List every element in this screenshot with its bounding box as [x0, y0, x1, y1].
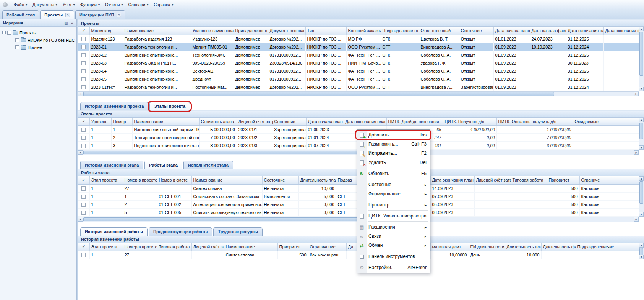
- scroll-left-icon[interactable]: ◂: [78, 150, 83, 155]
- column-header-stages-2[interactable]: Наименование: [132, 118, 199, 126]
- row-checkbox[interactable]: [81, 136, 86, 140]
- column-header-works-3[interactable]: Наименование: [191, 176, 262, 184]
- scrollbar-thumb[interactable]: [639, 32, 643, 76]
- vertical-scrollbar[interactable]: ▴ ▾: [639, 243, 644, 259]
- vertical-scrollbar[interactable]: ▴ ▾: [639, 27, 644, 91]
- context-menu-item-15[interactable]: ∞Связи▸: [357, 232, 430, 241]
- context-menu-item-12[interactable]: ЦИТК. Указать шифр затрат...: [357, 211, 430, 221]
- context-menu-item-1[interactable]: ↓Размножить...Ctrl+F3: [357, 139, 430, 149]
- projects-row-1[interactable]: 2023-01Разработка технологии и...Магнит …: [78, 43, 639, 51]
- projects-row-5[interactable]: 2023-05Выполнение опытно-конс...Дредноут…: [78, 75, 639, 83]
- scrollbar-thumb[interactable]: [83, 92, 554, 96]
- column-header-works-0[interactable]: Этап проекта: [89, 176, 123, 184]
- column-header-projects-8[interactable]: Ответственный: [419, 27, 459, 35]
- context-menu-item-7[interactable]: Состояние▸: [357, 180, 430, 189]
- column-header-works-5[interactable]: Длительность план▼: [298, 176, 336, 184]
- column-header-projects-6[interactable]: Внешний заказчик: [346, 27, 381, 35]
- column-header-works-7[interactable]: Дата окончания план: [430, 176, 474, 184]
- column-header-work_history-13[interactable]: [614, 243, 639, 251]
- column-header-work_history-5[interactable]: Приоритет: [277, 243, 308, 251]
- context-menu-item-10[interactable]: Просмотр▸: [357, 200, 430, 209]
- column-header-stages-0[interactable]: Уровень: [89, 118, 111, 126]
- column-header-projects-0[interactable]: Мнемокод: [89, 27, 123, 35]
- window-tab-2[interactable]: Инструкции ПУП×: [75, 10, 125, 19]
- scroll-down-icon[interactable]: ▾: [639, 255, 644, 259]
- window-tab-1[interactable]: Проекты×: [40, 10, 74, 19]
- column-header-projects-5[interactable]: Тип: [305, 27, 346, 35]
- menu-item-1[interactable]: Документы▾: [30, 2, 60, 8]
- scroll-up-icon[interactable]: ▴: [639, 243, 644, 248]
- projects-row-2[interactable]: 2023-02Выполнение опытно-конс...Технолог…: [78, 51, 639, 59]
- column-header-projects-9[interactable]: Состояние: [459, 27, 493, 35]
- scrollbar-thumb[interactable]: [639, 181, 643, 204]
- column-header-works-2[interactable]: Номер в смете: [157, 176, 191, 184]
- menu-item-4[interactable]: Отчёты▾: [102, 2, 125, 8]
- column-header-work_history-12[interactable]: Подразделение-ис: [576, 243, 614, 251]
- scroll-down-icon[interactable]: ▾: [639, 212, 644, 217]
- column-header-projects-4[interactable]: Документ-основан: [268, 27, 305, 35]
- column-header-work_history-10[interactable]: Длительность пла: [505, 243, 541, 251]
- row-checkbox[interactable]: [81, 45, 86, 49]
- row-checkbox[interactable]: [81, 69, 86, 73]
- scroll-right-icon[interactable]: ▸: [634, 150, 639, 155]
- tree-checkbox[interactable]: [7, 31, 11, 35]
- column-header-work_history-1[interactable]: Номер в проекте: [123, 243, 157, 251]
- column-header-works-9[interactable]: Типовая работа: [511, 176, 547, 184]
- scroll-left-icon[interactable]: ◂: [78, 92, 83, 96]
- projects-row-6[interactable]: 2023-01тестРазработка технологии и...Пос…: [78, 83, 639, 91]
- close-tab-icon[interactable]: ×: [65, 13, 70, 17]
- column-header-works-1[interactable]: Номер в проекте: [123, 176, 157, 184]
- column-header-works-4[interactable]: Состояние: [262, 176, 298, 184]
- close-tab-icon[interactable]: ×: [117, 13, 121, 17]
- context-menu-item-8[interactable]: Формирование▸: [357, 189, 430, 198]
- select-all-header[interactable]: ✓: [78, 118, 89, 126]
- context-menu-item-16[interactable]: ⇄Обмен▸: [357, 241, 430, 250]
- tree-node-2[interactable]: Прочее: [2, 44, 76, 51]
- select-all-header[interactable]: ✓: [78, 176, 89, 184]
- vertical-scrollbar[interactable]: ▴ ▾: [639, 176, 644, 217]
- scroll-up-icon[interactable]: ▴: [639, 27, 644, 31]
- context-menu-item-20[interactable]: ⚙Настройки...Alt+Enter: [357, 263, 430, 272]
- column-header-work_history-11[interactable]: Длительность фак: [541, 243, 576, 251]
- column-header-stages-4[interactable]: Лицевой счёт затрат: [237, 118, 273, 126]
- column-header-works-8[interactable]: Лицевой счёт затр: [474, 176, 511, 184]
- column-header-work_history-3[interactable]: Лицевой счёт затр: [191, 243, 224, 251]
- scroll-down-icon[interactable]: ▾: [639, 87, 644, 91]
- tab-level3-0[interactable]: История изменений работы: [80, 227, 148, 236]
- row-checkbox[interactable]: [81, 53, 86, 57]
- menu-item-2[interactable]: Учёт▾: [60, 2, 78, 8]
- row-checkbox[interactable]: [81, 195, 86, 199]
- tab-level2-0[interactable]: История изменений этапа: [80, 161, 143, 169]
- context-menu-item-14[interactable]: ▦Расширения▸: [357, 222, 430, 232]
- row-checkbox[interactable]: [81, 186, 86, 191]
- column-header-projects-7[interactable]: Подразделение-от: [381, 27, 419, 35]
- tab-level1-1[interactable]: Этапы проекта: [149, 102, 190, 110]
- column-header-stages-5[interactable]: Состояние: [273, 118, 306, 126]
- menu-item-6[interactable]: Справка▾: [151, 2, 176, 8]
- column-header-stages-7[interactable]: Дата окончания план: [344, 118, 386, 126]
- column-header-stages-1[interactable]: Номер: [111, 118, 132, 126]
- select-all-header[interactable]: ✓: [78, 27, 89, 35]
- scroll-right-icon[interactable]: ▸: [634, 92, 639, 96]
- tab-level3-2[interactable]: Трудовые ресурсы: [213, 227, 263, 236]
- row-checkbox[interactable]: [81, 144, 86, 148]
- context-menu-item-18[interactable]: Панель инструментов: [357, 252, 430, 261]
- column-header-projects-3[interactable]: Принадлежность: [234, 27, 268, 35]
- tab-level1-0[interactable]: История изменений проекта: [80, 102, 148, 110]
- column-header-works-11[interactable]: Ограниче: [579, 176, 639, 184]
- column-header-stages-11[interactable]: Ожидаемые: [573, 118, 639, 126]
- scroll-down-icon[interactable]: ▾: [639, 145, 644, 150]
- select-all-header[interactable]: ✓: [78, 243, 89, 251]
- tab-level3-1[interactable]: Предшествующие работы: [149, 227, 212, 236]
- context-menu-item-3[interactable]: ×УдалитьDel: [357, 158, 430, 167]
- collapse-sidebar-icon[interactable]: «: [69, 20, 75, 26]
- window-tab-0[interactable]: Рабочий стол: [2, 10, 39, 19]
- column-header-stages-10[interactable]: ЦИТК. Осталось получить д/с: [496, 118, 573, 126]
- scroll-right-icon[interactable]: ▸: [634, 217, 639, 222]
- context-menu-item-5[interactable]: ↻ОбновитьF5: [357, 169, 430, 178]
- column-header-projects-1[interactable]: Наименование: [123, 27, 191, 35]
- menu-item-3[interactable]: Функции▾: [78, 2, 102, 8]
- column-header-work_history-0[interactable]: Этап проекта: [89, 243, 123, 251]
- column-header-work_history-4[interactable]: Наименование: [224, 243, 277, 251]
- collapse-node-icon[interactable]: −: [2, 31, 6, 34]
